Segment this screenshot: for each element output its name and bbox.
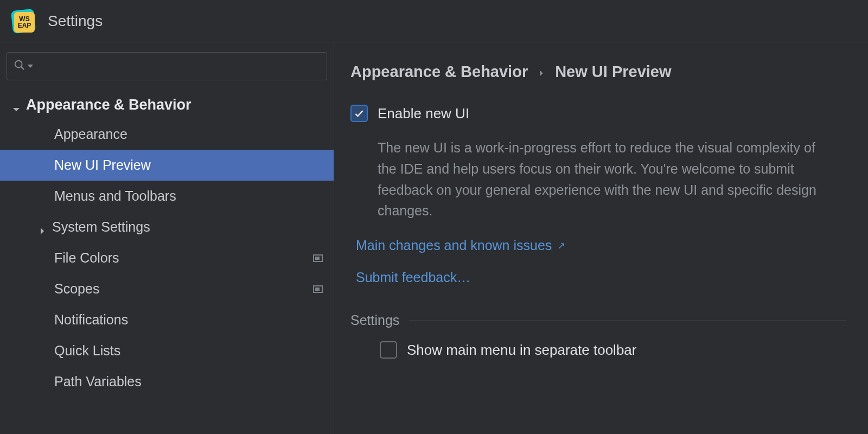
- settings-tree: Appearance & Behavior Appearance New UI …: [0, 91, 334, 397]
- breadcrumb-leaf: New UI Preview: [555, 63, 671, 81]
- link-label: Submit feedback…: [356, 270, 470, 285]
- tree-group-label: Appearance & Behavior: [26, 97, 192, 113]
- tree-item-label: Quick Lists: [54, 343, 120, 359]
- tree-item-path-variables[interactable]: Path Variables: [0, 366, 334, 397]
- settings-section-header: Settings: [350, 312, 846, 328]
- tree-item-label: Path Variables: [54, 374, 142, 390]
- show-main-menu-label: Show main menu in separate toolbar: [407, 342, 636, 359]
- tree-item-file-colors[interactable]: File Colors: [0, 242, 334, 273]
- svg-line-1: [21, 67, 24, 70]
- configurable-icon: [313, 254, 323, 262]
- search-input-wrap[interactable]: [7, 52, 327, 80]
- show-main-menu-checkbox[interactable]: [380, 341, 397, 359]
- tree-item-label: Notifications: [54, 312, 128, 328]
- tree-item-label: Appearance: [54, 126, 127, 142]
- svg-point-0: [15, 61, 22, 68]
- tree-item-quick-lists[interactable]: Quick Lists: [0, 335, 334, 366]
- external-link-icon: ↗: [557, 240, 565, 252]
- tree-item-label: File Colors: [54, 250, 119, 266]
- settings-sidebar: Appearance & Behavior Appearance New UI …: [0, 42, 334, 434]
- section-title: Settings: [350, 312, 399, 328]
- chevron-right-icon: [538, 63, 545, 81]
- new-ui-description: The new UI is a work-in-progress effort …: [350, 137, 833, 221]
- titlebar: WS EAP Settings: [0, 0, 868, 42]
- tree-item-menus-toolbars[interactable]: Menus and Toolbars: [0, 181, 334, 212]
- tree-item-label: Menus and Toolbars: [54, 188, 176, 204]
- tree-item-label: New UI Preview: [54, 157, 151, 173]
- link-submit-feedback[interactable]: Submit feedback…: [350, 270, 846, 285]
- breadcrumb-root[interactable]: Appearance & Behavior: [350, 63, 528, 81]
- enable-new-ui-checkbox[interactable]: [350, 105, 368, 122]
- tree-item-appearance[interactable]: Appearance: [0, 119, 334, 150]
- tree-item-new-ui-preview[interactable]: New UI Preview: [0, 150, 334, 181]
- search-icon: [14, 59, 25, 73]
- search-input[interactable]: [36, 59, 320, 73]
- window-title: Settings: [48, 12, 103, 30]
- configurable-icon: [313, 285, 323, 293]
- tree-item-label: System Settings: [52, 219, 150, 235]
- breadcrumb: Appearance & Behavior New UI Preview: [350, 63, 846, 81]
- chevron-right-icon: [38, 223, 47, 232]
- settings-content: Appearance & Behavior New UI Preview Ena…: [334, 42, 868, 434]
- show-main-menu-row[interactable]: Show main menu in separate toolbar: [350, 341, 846, 359]
- app-icon: WS EAP: [12, 10, 35, 33]
- app-icon-line2: EAP: [18, 22, 31, 29]
- tree-group-appearance-behavior[interactable]: Appearance & Behavior: [0, 91, 334, 119]
- tree-item-notifications[interactable]: Notifications: [0, 304, 334, 335]
- enable-new-ui-row[interactable]: Enable new UI: [350, 105, 846, 122]
- tree-item-scopes[interactable]: Scopes: [0, 273, 334, 304]
- search-dropdown-icon[interactable]: [28, 65, 33, 68]
- tree-item-system-settings[interactable]: System Settings: [0, 212, 334, 242]
- chevron-down-icon: [12, 101, 21, 110]
- app-icon-line1: WS: [19, 16, 29, 22]
- link-main-changes[interactable]: Main changes and known issues ↗: [350, 238, 846, 253]
- enable-new-ui-label: Enable new UI: [378, 105, 469, 122]
- tree-item-label: Scopes: [54, 281, 99, 297]
- section-divider: [409, 320, 846, 321]
- link-label: Main changes and known issues: [356, 238, 552, 253]
